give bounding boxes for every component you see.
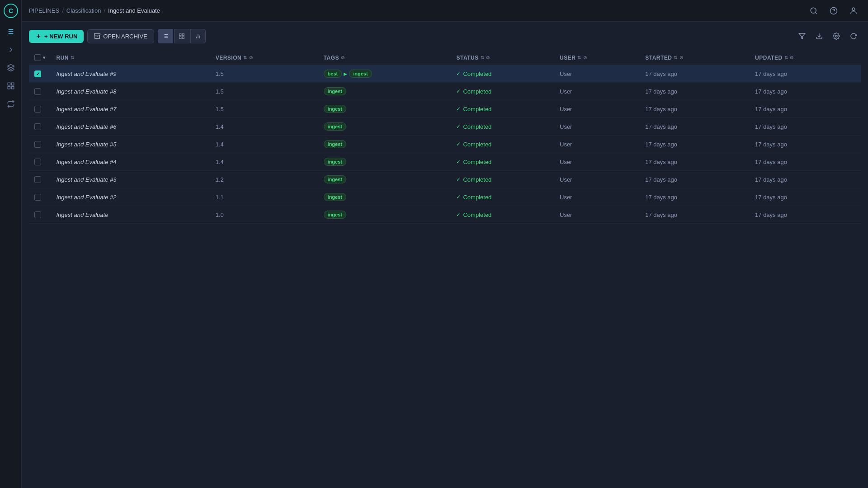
run-name[interactable]: Ingest and Evaluate #4 [57, 159, 117, 165]
table-header: ▾ RUN ⇅ VERSION ⇅ ⊘ [29, 51, 861, 65]
table-row[interactable]: Ingest and Evaluate #81.5ingest✓Complete… [29, 83, 861, 100]
started-cell: 17 days ago [640, 65, 750, 83]
breadcrumb-pipelines[interactable]: PIPELINES [29, 7, 59, 14]
refresh-button[interactable] [846, 29, 861, 43]
row-checkbox[interactable] [34, 88, 41, 95]
table-row[interactable]: Ingest and Evaluate #31.2ingest✓Complete… [29, 171, 861, 188]
row-checkbox[interactable] [34, 106, 41, 113]
run-name-cell: Ingest and Evaluate #7 [51, 100, 210, 118]
status-filter-icon: ⊘ [486, 55, 490, 60]
run-name-cell: Ingest and Evaluate #2 [51, 188, 210, 206]
settings-button[interactable] [829, 29, 844, 43]
table-row[interactable]: Ingest and Evaluate #71.5ingest✓Complete… [29, 100, 861, 118]
started-cell: 17 days ago [640, 83, 750, 100]
started-cell: 17 days ago [640, 206, 750, 224]
status-cell: ✓Completed [451, 206, 554, 224]
header-started[interactable]: STARTED ⇅ ⊘ [640, 51, 750, 65]
started-cell: 17 days ago [640, 171, 750, 188]
header-checkbox-cell: ▾ [29, 51, 51, 65]
row-checkbox[interactable] [34, 123, 41, 130]
user-button[interactable] [846, 4, 861, 18]
select-all-checkbox[interactable] [34, 54, 41, 61]
table-row[interactable]: Ingest and Evaluate #21.1ingest✓Complete… [29, 188, 861, 206]
row-checkbox[interactable] [34, 176, 41, 183]
help-button[interactable] [826, 4, 841, 18]
row-checkbox[interactable] [34, 141, 41, 148]
header-version[interactable]: VERSION ⇅ ⊘ [210, 51, 318, 65]
version-cell: 1.1 [210, 188, 318, 206]
status-text: Completed [463, 70, 491, 77]
tag-ingest[interactable]: ingest [324, 211, 346, 219]
status-text: Completed [463, 194, 491, 201]
status-text: Completed [463, 176, 491, 183]
new-run-button[interactable]: + NEW RUN [29, 30, 84, 43]
tag-ingest[interactable]: ingest [324, 193, 346, 201]
sidebar: C [0, 0, 22, 488]
tag-ingest[interactable]: ingest [324, 140, 346, 148]
table-row[interactable]: Ingest and Evaluate #51.4ingest✓Complete… [29, 136, 861, 153]
svg-point-10 [852, 8, 855, 10]
row-checkbox[interactable] [34, 70, 41, 77]
table-body: Ingest and Evaluate #91.5best▶ingest✓Com… [29, 65, 861, 224]
row-checkbox[interactable] [34, 159, 41, 165]
tags-filter-icon: ⊘ [341, 55, 345, 60]
status-cell: ✓Completed [451, 136, 554, 153]
row-checkbox[interactable] [34, 211, 41, 218]
svg-rect-21 [179, 34, 181, 36]
updated-cell: 17 days ago [750, 136, 861, 153]
sidebar-item-layers[interactable] [3, 60, 19, 76]
search-button[interactable] [807, 4, 821, 18]
header-user[interactable]: USER ⇅ ⊘ [554, 51, 640, 65]
run-name[interactable]: Ingest and Evaluate #9 [57, 70, 117, 77]
status-cell: ✓Completed [451, 118, 554, 136]
status-text: Completed [463, 88, 491, 95]
main-content: PIPELINES / Classification / Ingest and … [22, 0, 868, 488]
tag-ingest[interactable]: ingest [349, 70, 372, 78]
tag-best[interactable]: best [324, 70, 342, 78]
tags-cell: ingest [318, 83, 451, 100]
filter-button[interactable] [795, 29, 809, 43]
view-chart-button[interactable] [190, 29, 206, 43]
run-name[interactable]: Ingest and Evaluate #8 [57, 88, 117, 95]
tag-ingest[interactable]: ingest [324, 87, 346, 95]
table-row[interactable]: Ingest and Evaluate #41.4ingest✓Complete… [29, 153, 861, 171]
row-checkbox[interactable] [34, 194, 41, 201]
run-sort-icon: ⇅ [71, 55, 75, 60]
tag-ingest[interactable]: ingest [324, 158, 346, 166]
header-dropdown-arrow[interactable]: ▾ [43, 55, 46, 60]
run-name[interactable]: Ingest and Evaluate #5 [57, 141, 117, 148]
sidebar-item-components[interactable] [3, 78, 19, 94]
download-button[interactable] [812, 29, 826, 43]
run-name[interactable]: Ingest and Evaluate #6 [57, 123, 117, 130]
updated-cell: 17 days ago [750, 188, 861, 206]
table-row[interactable]: Ingest and Evaluate #61.4ingest✓Complete… [29, 118, 861, 136]
tag-ingest[interactable]: ingest [324, 122, 346, 131]
app-logo[interactable]: C [4, 4, 18, 18]
action-bar-right [795, 29, 861, 43]
sidebar-item-navigate[interactable] [3, 42, 19, 58]
status-check-icon: ✓ [456, 123, 461, 130]
table-row[interactable]: Ingest and Evaluate #91.5best▶ingest✓Com… [29, 65, 861, 83]
view-list-button[interactable] [158, 29, 173, 43]
header-status[interactable]: STATUS ⇅ ⊘ [451, 51, 554, 65]
table-row[interactable]: Ingest and Evaluate1.0ingest✓CompletedUs… [29, 206, 861, 224]
breadcrumb-classification[interactable]: Classification [66, 7, 101, 14]
tag-ingest[interactable]: ingest [324, 105, 346, 113]
sidebar-item-transfer[interactable] [3, 96, 19, 112]
run-name[interactable]: Ingest and Evaluate #3 [57, 176, 117, 183]
view-card-button[interactable] [174, 29, 189, 43]
sidebar-item-pipelines[interactable] [3, 23, 19, 40]
row-checkbox-cell [29, 83, 51, 100]
svg-rect-5 [8, 87, 10, 89]
open-archive-button[interactable]: OPEN ARCHIVE [87, 29, 154, 43]
run-name[interactable]: Ingest and Evaluate #2 [57, 194, 117, 201]
svg-rect-6 [11, 87, 14, 89]
run-name[interactable]: Ingest and Evaluate [57, 211, 108, 218]
breadcrumb-current: Ingest and Evaluate [108, 7, 160, 14]
header-run[interactable]: RUN ⇅ [51, 51, 210, 65]
tag-ingest[interactable]: ingest [324, 175, 346, 183]
status-value: ✓Completed [456, 211, 549, 218]
header-tags[interactable]: TAGS ⊘ [318, 51, 451, 65]
run-name[interactable]: Ingest and Evaluate #7 [57, 106, 117, 113]
header-updated[interactable]: UPDATED ⇅ ⊘ [750, 51, 861, 65]
